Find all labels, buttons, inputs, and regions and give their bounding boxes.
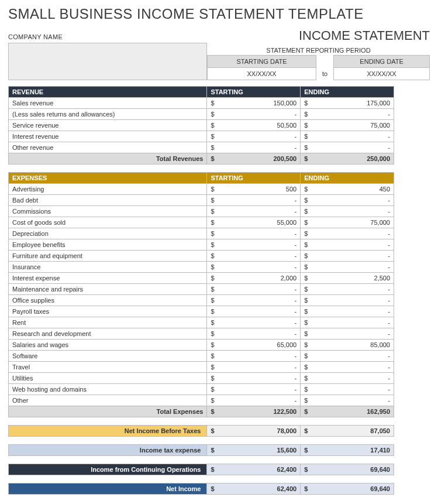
period-start-value[interactable]: XX/XX/XX [208, 68, 316, 80]
expense-end[interactable]: $- [301, 206, 394, 217]
expense-end[interactable]: $- [301, 328, 394, 340]
expense-end[interactable]: $- [301, 295, 394, 306]
net-start: $62,400 [207, 484, 301, 495]
expense-start[interactable]: $500 [207, 184, 301, 195]
expense-label[interactable]: Office supplies [9, 295, 207, 306]
expense-label[interactable]: Web hosting and domains [9, 384, 207, 395]
expense-end[interactable]: $- [301, 384, 394, 395]
expense-start[interactable]: $- [207, 262, 301, 273]
nibt-end: $87,050 [301, 426, 394, 437]
expense-end[interactable]: $- [301, 195, 394, 206]
expense-start[interactable]: $- [207, 351, 301, 362]
expense-row: Salaries and wages$65,000$85,000 [9, 340, 394, 351]
revenue-label[interactable]: Service revenue [9, 120, 207, 131]
expense-start[interactable]: $- [207, 295, 301, 306]
expense-start[interactable]: $- [207, 395, 301, 406]
expenses-header: EXPENSES [9, 173, 207, 184]
expense-end[interactable]: $450 [301, 184, 394, 195]
expense-label[interactable]: Depreciation [9, 228, 207, 239]
expense-start[interactable]: $- [207, 362, 301, 373]
period-end-value[interactable]: XX/XX/XX [334, 68, 430, 80]
expense-start[interactable]: $- [207, 384, 301, 395]
expense-start[interactable]: $- [207, 317, 301, 328]
expense-label[interactable]: Insurance [9, 262, 207, 273]
expense-start[interactable]: $- [207, 373, 301, 384]
revenue-row: Sales revenue$150,000$175,000 [9, 98, 394, 109]
expense-label[interactable]: Rent [9, 317, 207, 328]
revenue-end[interactable]: $- [301, 142, 394, 153]
expense-end[interactable]: $- [301, 262, 394, 273]
expense-end[interactable]: $- [301, 284, 394, 295]
expense-label[interactable]: Salaries and wages [9, 340, 207, 351]
expense-row: Advertising$500$450 [9, 184, 394, 195]
expenses-col-start: STARTING [207, 173, 301, 184]
expense-label[interactable]: Employee benefits [9, 239, 207, 251]
expense-start[interactable]: $- [207, 328, 301, 340]
expense-row: Rent$-$- [9, 317, 394, 328]
expense-start[interactable]: $- [207, 251, 301, 262]
revenue-start[interactable]: $150,000 [207, 98, 301, 109]
revenue-row: Interest revenue$-$- [9, 131, 394, 142]
tax-label: Income tax expense [9, 445, 207, 456]
revenue-end[interactable]: $175,000 [301, 98, 394, 109]
expense-end[interactable]: $75,000 [301, 217, 394, 228]
expense-row: Furniture and equipment$-$- [9, 251, 394, 262]
revenue-label[interactable]: Sales revenue [9, 98, 207, 109]
expense-label[interactable]: Advertising [9, 184, 207, 195]
expense-label[interactable]: Software [9, 351, 207, 362]
expense-end[interactable]: $85,000 [301, 340, 394, 351]
revenue-end[interactable]: $- [301, 109, 394, 120]
expense-end[interactable]: $- [301, 239, 394, 251]
header-row: COMPANY NAME INCOME STATEMENT STATEMENT … [8, 28, 430, 80]
expense-end[interactable]: $- [301, 362, 394, 373]
expense-start[interactable]: $65,000 [207, 340, 301, 351]
expense-start[interactable]: $55,000 [207, 217, 301, 228]
revenue-start[interactable]: $50,500 [207, 120, 301, 131]
expense-start[interactable]: $- [207, 228, 301, 239]
expense-row: Office supplies$-$- [9, 295, 394, 306]
expense-end[interactable]: $- [301, 373, 394, 384]
expense-start[interactable]: $- [207, 206, 301, 217]
expense-label[interactable]: Travel [9, 362, 207, 373]
expense-label[interactable]: Utilities [9, 373, 207, 384]
company-name-input[interactable] [8, 43, 207, 80]
revenue-label[interactable]: Interest revenue [9, 131, 207, 142]
revenue-label[interactable]: (Less sales returns and allowances) [9, 109, 207, 120]
expense-end[interactable]: $- [301, 395, 394, 406]
expense-end[interactable]: $2,500 [301, 273, 394, 284]
revenue-start[interactable]: $- [207, 131, 301, 142]
revenue-start[interactable]: $- [207, 109, 301, 120]
subtitle: INCOME STATEMENT [207, 28, 430, 43]
expense-end[interactable]: $- [301, 228, 394, 239]
expense-end[interactable]: $- [301, 306, 394, 317]
expense-label[interactable]: Commissions [9, 206, 207, 217]
period-to: to [316, 68, 334, 80]
expense-label[interactable]: Other [9, 395, 207, 406]
expense-start[interactable]: $- [207, 284, 301, 295]
revenue-end[interactable]: $- [301, 131, 394, 142]
expense-label[interactable]: Maintenance and repairs [9, 284, 207, 295]
revenue-start[interactable]: $- [207, 142, 301, 153]
expense-row: Travel$-$- [9, 362, 394, 373]
expenses-total-end: $162,950 [301, 406, 394, 417]
expense-label[interactable]: Bad debt [9, 195, 207, 206]
revenue-row: Other revenue$-$- [9, 142, 394, 153]
expense-start[interactable]: $2,000 [207, 273, 301, 284]
expense-label[interactable]: Interest expense [9, 273, 207, 284]
expense-end[interactable]: $- [301, 251, 394, 262]
expense-row: Employee benefits$-$- [9, 239, 394, 251]
revenue-label[interactable]: Other revenue [9, 142, 207, 153]
expense-start[interactable]: $- [207, 239, 301, 251]
period-start-label: STARTING DATE [208, 56, 316, 68]
expense-label[interactable]: Payroll taxes [9, 306, 207, 317]
expenses-total-start: $122,500 [207, 406, 301, 417]
expense-label[interactable]: Cost of goods sold [9, 217, 207, 228]
expense-start[interactable]: $- [207, 306, 301, 317]
expense-label[interactable]: Research and development [9, 328, 207, 340]
expense-end[interactable]: $- [301, 317, 394, 328]
expense-label[interactable]: Furniture and equipment [9, 251, 207, 262]
expense-end[interactable]: $- [301, 351, 394, 362]
revenue-end[interactable]: $75,000 [301, 120, 394, 131]
expense-start[interactable]: $- [207, 195, 301, 206]
expense-row: Research and development$-$- [9, 328, 394, 340]
